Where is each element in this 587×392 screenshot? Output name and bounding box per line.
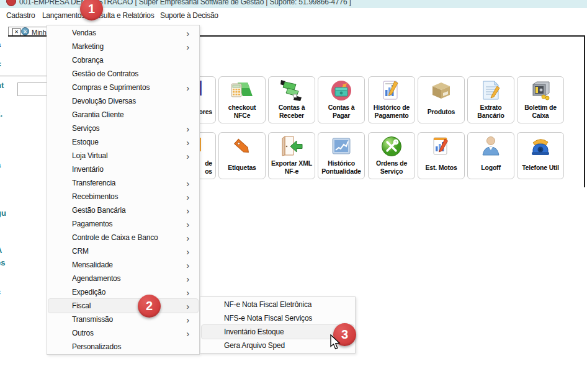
menu-item-outros[interactable]: Outros› (48, 326, 198, 340)
submenu-arrow-icon: › (186, 315, 189, 324)
user-icon (468, 134, 514, 159)
menu-item-label: Gestão de Contratos (72, 69, 138, 78)
safe-icon (518, 78, 563, 103)
shortcut-button-produtos[interactable]: Produtos (418, 76, 465, 123)
menu-item-vendas[interactable]: Vendas› (48, 26, 198, 40)
shortcut-button-etiquetas[interactable]: Etiquetas (218, 132, 266, 179)
menu-item-inventario[interactable]: Inventário (48, 163, 198, 176)
shortcut-button-contas-a-receber[interactable]: Contas à Receber (268, 76, 315, 123)
menu-item-label: Compras e Suprimentos (72, 83, 150, 92)
menubar-item-cadastro[interactable]: Cadastro (6, 11, 35, 20)
shortcut-label: checkout NFCe (220, 102, 264, 121)
shortcut-button-contas-a-pagar[interactable]: Contas à Pagar (318, 76, 365, 123)
bg-text-fragment: gu (0, 208, 6, 218)
line-chart-icon (318, 134, 364, 159)
menu-item-expedicao[interactable]: Expedição› (48, 285, 198, 299)
shortcut-button-ordens-servico[interactable]: Ordens de Serviço (368, 132, 415, 179)
menu-item-pagamentos[interactable]: Pagamentos› (48, 217, 198, 231)
menu-item-label: Expedição (72, 288, 105, 296)
submenu-arrow-icon: › (186, 192, 189, 202)
tab-circle-close-icon[interactable]: ✕ (21, 27, 29, 35)
menubar-item-suporte-decisao[interactable]: Suporte à Decisão (160, 11, 218, 20)
submenu-arrow-icon: › (186, 29, 189, 38)
shortcut-label: Extrato Bancário (469, 102, 513, 121)
menu-item-garantia-cliente[interactable]: Garantia Cliente (48, 108, 198, 122)
box-icon (418, 78, 464, 103)
menu-item-label: Estoque (72, 138, 99, 146)
shortcut-button-est-motos[interactable]: Est. Motos (418, 132, 465, 179)
shortcut-button-checkout-nfce[interactable]: checkout NFCe (218, 76, 266, 123)
submenu-arrow-icon: › (186, 329, 189, 338)
menu-item-label: Vendas (72, 29, 96, 37)
bg-text-fragment: a (0, 40, 1, 49)
shortcut-button-historico-pagamento[interactable]: Histórico de Pagamento (368, 76, 415, 123)
submenu-item-nfse[interactable]: NFS-e Nota Fiscal Serviços (202, 311, 354, 325)
submenu-arrow-icon: › (186, 233, 189, 243)
menu-item-fiscal[interactable]: Fiscal› (48, 299, 198, 313)
bg-text-fragment: F (0, 61, 1, 70)
submenu-arrow-icon: › (186, 124, 189, 133)
shortcut-button-extrato-bancario[interactable]: Extrato Bancário (467, 76, 514, 123)
menu-item-label: Transmissão (72, 315, 113, 324)
menu-item-crm[interactable]: CRM› (48, 244, 198, 258)
submenu-arrow-icon: › (186, 83, 189, 92)
submenu-arrow-icon: › (186, 179, 189, 188)
document-pencil-icon (468, 78, 514, 103)
menu-item-label: Garantia Cliente (72, 110, 124, 119)
menu-item-label: CRM (72, 247, 89, 256)
shortcut-button-historico-pontualidade[interactable]: Histórico Pontualidade (318, 132, 365, 179)
menu-item-gestao-contratos[interactable]: Gestão de Contratos (48, 67, 198, 81)
menu-item-servicos[interactable]: Serviços› (48, 122, 198, 135)
menu-item-marketing[interactable]: Marketing› (48, 40, 198, 53)
menu-item-label: Outros (72, 329, 94, 337)
menu-item-devolucao-diversas[interactable]: Devolução Diversas (48, 94, 198, 108)
menu-item-label: Gestão Bancária (72, 206, 125, 215)
submenu-arrow-icon: › (186, 274, 189, 283)
menu-item-mensalidade[interactable]: Mensalidade› (48, 258, 198, 272)
menu-item-label: Recebimentos (72, 192, 118, 201)
app-logo-icon (6, 0, 16, 6)
phone-icon (518, 134, 563, 159)
menu-item-transferencia[interactable]: Transferencia› (48, 176, 198, 190)
shortcut-label: Logoff (469, 158, 513, 177)
menubar-item-lancamentos[interactable]: Lançamentos (42, 11, 85, 20)
window-title: 001-EMPRESA DEMONSTRACAO [ Super Empresa… (19, 0, 351, 6)
shortcut-button-exportar-xml[interactable]: Exportar XML NF-e (268, 132, 315, 179)
workspace-right-border (584, 35, 585, 187)
menu-item-agendamentos[interactable]: Agendamentos› (48, 272, 198, 285)
submenu-arrow-icon: › (186, 151, 189, 161)
export-door-arrow-icon (269, 134, 315, 159)
menu-item-controle-caixa-banco[interactable]: Controle de Caixa e Banco› (48, 231, 198, 244)
shortcut-label: Ordens de Serviço (370, 158, 413, 177)
menu-item-personalizados[interactable]: Personalizados (48, 340, 198, 354)
menu-item-label: Devolução Diversas (72, 97, 136, 105)
menu-item-label: Mensalidade (72, 261, 113, 269)
menu-item-label: Marketing (72, 42, 104, 51)
bg-text-fragment: A (0, 246, 2, 255)
shortcut-button-logoff[interactable]: Logoff (467, 132, 514, 179)
menu-item-gestao-bancaria[interactable]: Gestão Bancária› (48, 203, 198, 217)
mouse-cursor-icon (329, 334, 341, 353)
tab-border (8, 27, 9, 36)
calculator-folder-icon (219, 78, 265, 103)
menu-item-estoque[interactable]: Estoque› (48, 135, 198, 149)
menu-item-compras-suprimentos[interactable]: Compras e Suprimentos› (48, 81, 198, 94)
annotation-badge-2: 2 (138, 295, 161, 318)
menu-item-cobranca[interactable]: Cobrança (48, 53, 198, 67)
shortcut-label: Histórico de Pagamento (370, 102, 413, 121)
submenu-arrow-icon: › (186, 288, 189, 297)
shortcut-label: Telefone Util (519, 158, 562, 177)
menu-item-transmissao[interactable]: Transmissão› (48, 313, 198, 326)
menu-item-recebimentos[interactable]: Recebimentos› (48, 190, 198, 203)
report-pencil-icon (369, 78, 414, 103)
shortcut-button-boletim-caixa[interactable]: Boletim de Caixa (517, 76, 564, 123)
menu-item-loja-virtual[interactable]: Loja Virtual› (48, 149, 198, 163)
submenu-item-nfe[interactable]: NF-e Nota Fiscal Eletrônica (202, 298, 354, 311)
shortcut-label: Est. Motos (419, 158, 463, 177)
shortcut-button-telefone-util[interactable]: Telefone Util (517, 132, 564, 179)
app-window: a F nt z. a ( gu A es c 001-EMPRESA DEMO… (0, 0, 587, 392)
menu-item-label: Agendamentos (72, 274, 120, 283)
submenu-arrow-icon: › (186, 261, 189, 270)
shortcut-label: Histórico Pontualidade (320, 158, 363, 177)
submenu-arrow-icon: › (186, 247, 189, 256)
